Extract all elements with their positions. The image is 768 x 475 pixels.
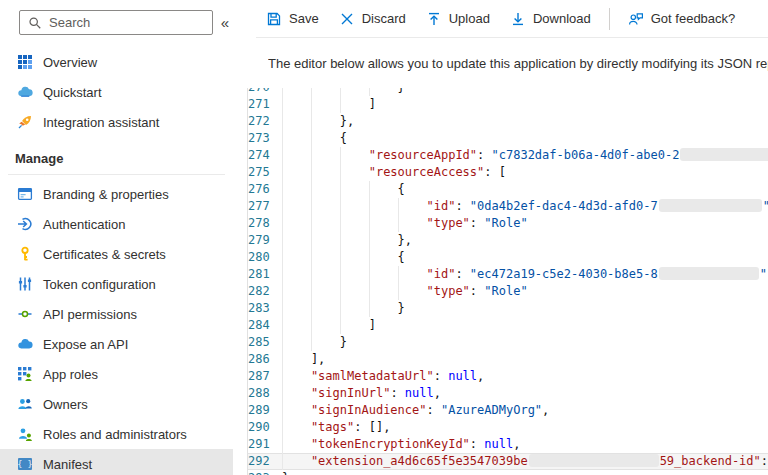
- editor-line[interactable]: 292"extension_a4d6c65f5e3547039be59_back…: [248, 453, 768, 470]
- editor-line[interactable]: 286],: [248, 351, 768, 368]
- redacted-value: [659, 199, 762, 212]
- sidebar-item-api-permissions[interactable]: API permissions: [0, 299, 233, 329]
- app-roles-icon: [17, 366, 33, 382]
- sidebar-item-label: Branding & properties: [43, 187, 169, 202]
- editor-lines: 270}271]272},273{274"resourceAppId": "c7…: [248, 88, 768, 475]
- download-icon: [510, 11, 526, 27]
- editor-line[interactable]: 282"type": "Role": [248, 283, 768, 300]
- line-number: 283: [248, 300, 274, 317]
- owners-icon: [17, 396, 33, 412]
- toolbar-button-label: Upload: [449, 11, 490, 26]
- sidebar-item-overview[interactable]: Overview: [0, 47, 233, 77]
- line-number: 279: [248, 232, 274, 249]
- line-number: 276: [248, 181, 274, 198]
- manage-group-divider: [8, 174, 225, 175]
- sidebar-item-app-roles[interactable]: App roles: [0, 359, 233, 389]
- main-content: SaveDiscardUploadDownloadGot feedback? T…: [233, 0, 768, 475]
- editor-line[interactable]: 278"type": "Role": [248, 215, 768, 232]
- toolbar-divider: [609, 8, 610, 30]
- feedback-icon: [628, 11, 644, 27]
- sidebar-item-authentication[interactable]: Authentication: [0, 209, 233, 239]
- editor-line[interactable]: 277"id": "0da4b2ef-dac4-4d3d-afd0-7",: [248, 198, 768, 215]
- line-number: 281: [248, 266, 274, 283]
- discard-button[interactable]: Discard: [329, 5, 416, 33]
- search-box[interactable]: [19, 10, 213, 35]
- sidebar-item-branding-properties[interactable]: Branding & properties: [0, 179, 233, 209]
- save-button[interactable]: Save: [256, 5, 329, 33]
- sidebar: « OverviewQuickstartIntegration assistan…: [0, 0, 233, 475]
- line-number: 286: [248, 351, 274, 368]
- sidebar-item-token-configuration[interactable]: Token configuration: [0, 269, 233, 299]
- download-button[interactable]: Download: [500, 5, 601, 33]
- got-feedback-button[interactable]: Got feedback?: [618, 5, 746, 33]
- editor-line[interactable]: 283}: [248, 300, 768, 317]
- editor-line[interactable]: 272},: [248, 113, 768, 130]
- line-number: 271: [248, 96, 274, 113]
- editor-line[interactable]: 289"signInAudience": "AzureADMyOrg",: [248, 402, 768, 419]
- discard-icon: [339, 11, 355, 27]
- line-number: 272: [248, 113, 274, 130]
- redacted-value: [680, 148, 768, 161]
- overview-icon: [17, 54, 33, 70]
- editor-line[interactable]: 280{: [248, 249, 768, 266]
- integration-assistant-icon: [17, 114, 33, 130]
- sidebar-item-certificates-secrets[interactable]: Certificates & secrets: [0, 239, 233, 269]
- sidebar-item-label: Certificates & secrets: [43, 247, 166, 262]
- editor-line[interactable]: 293}: [248, 470, 768, 475]
- editor-line[interactable]: 287"samlMetadataUrl": null,: [248, 368, 768, 385]
- editor-line[interactable]: 279},: [248, 232, 768, 249]
- redacted-value: [659, 267, 759, 280]
- sidebar-item-expose-an-api[interactable]: Expose an API: [0, 329, 233, 359]
- line-number: 291: [248, 436, 274, 453]
- sidebar-item-label: Token configuration: [43, 277, 156, 292]
- editor-line[interactable]: 275"resourceAccess": [: [248, 164, 768, 181]
- line-number: 288: [248, 385, 274, 402]
- editor-line[interactable]: 291"tokenEncryptionKeyId": null,: [248, 436, 768, 453]
- editor-line[interactable]: 284]: [248, 317, 768, 334]
- editor-line[interactable]: 273{: [248, 130, 768, 147]
- expose-api-icon: [17, 336, 33, 352]
- sidebar-item-quickstart[interactable]: Quickstart: [0, 77, 233, 107]
- sidebar-item-label: Integration assistant: [43, 115, 159, 130]
- editor-info-text: The editor below allows you to update th…: [268, 56, 768, 71]
- editor-line[interactable]: 290"tags": [],: [248, 419, 768, 436]
- save-icon: [266, 11, 282, 27]
- sidebar-item-integration-assistant[interactable]: Integration assistant: [0, 107, 233, 137]
- editor-line[interactable]: 271]: [248, 96, 768, 113]
- collapse-sidebar-button[interactable]: «: [221, 14, 229, 31]
- manifest-icon: { }: [17, 456, 33, 472]
- line-number: 273: [248, 130, 274, 147]
- search-icon: [28, 16, 42, 30]
- quickstart-icon: [17, 84, 33, 100]
- command-bar: SaveDiscardUploadDownloadGot feedback?: [256, 0, 768, 38]
- manage-group-label: Manage: [0, 137, 233, 174]
- svg-text:{ }: { }: [17, 459, 32, 469]
- editor-line[interactable]: 281"id": "ec472a19-c5e2-4030-b8e5-8",: [248, 266, 768, 283]
- roles-admins-icon: [17, 426, 33, 442]
- editor-line[interactable]: 285}: [248, 334, 768, 351]
- sidebar-item-label: Manifest: [43, 457, 92, 472]
- sidebar-nav-top: OverviewQuickstartIntegration assistant: [0, 47, 233, 137]
- sidebar-item-owners[interactable]: Owners: [0, 389, 233, 419]
- editor-line[interactable]: 288"signInUrl": null,: [248, 385, 768, 402]
- line-number: 277: [248, 198, 274, 215]
- sidebar-item-manifest[interactable]: { }Manifest: [0, 449, 233, 475]
- editor-line[interactable]: 276{: [248, 181, 768, 198]
- sidebar-item-label: Roles and administrators: [43, 427, 187, 442]
- editor-line[interactable]: 270}: [248, 88, 768, 96]
- search-input[interactable]: [49, 15, 204, 30]
- upload-button[interactable]: Upload: [416, 5, 500, 33]
- line-number: 280: [248, 249, 274, 266]
- sidebar-item-label: Quickstart: [43, 85, 102, 100]
- line-number: 274: [248, 147, 274, 164]
- sidebar-item-roles-and-administrators[interactable]: Roles and administrators: [0, 419, 233, 449]
- toolbar-button-label: Got feedback?: [651, 11, 736, 26]
- toolbar-button-label: Save: [289, 11, 319, 26]
- line-number: 290: [248, 419, 274, 436]
- token-configuration-icon: [17, 276, 33, 292]
- upload-icon: [426, 11, 442, 27]
- manifest-json-editor[interactable]: 270}271]272},273{274"resourceAppId": "c7…: [247, 88, 768, 475]
- sidebar-item-label: App roles: [43, 367, 98, 382]
- editor-line[interactable]: 274"resourceAppId": "c7832daf-b06a-4d0f-…: [248, 147, 768, 164]
- line-number: 287: [248, 368, 274, 385]
